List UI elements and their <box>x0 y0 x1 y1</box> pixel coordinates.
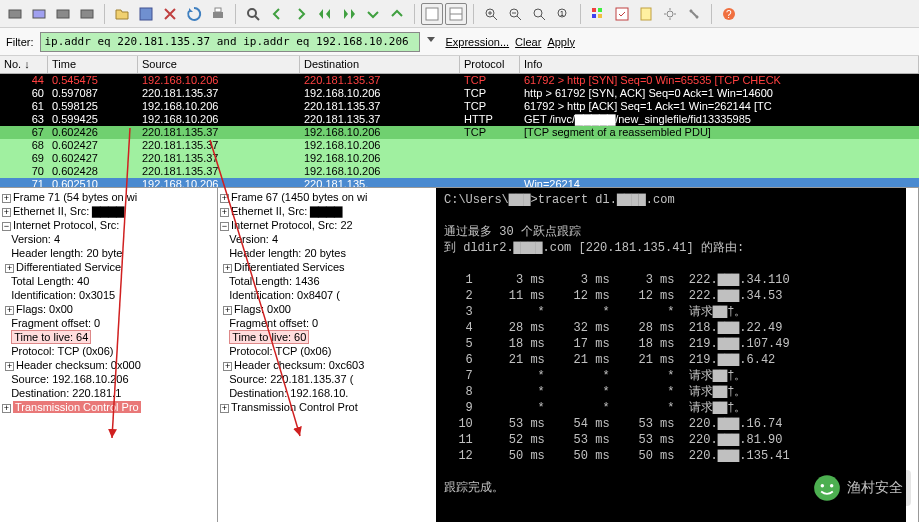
forward-icon[interactable] <box>290 3 312 25</box>
svg-rect-1 <box>33 10 45 18</box>
svg-rect-4 <box>140 8 152 20</box>
col-info-header[interactable]: Info <box>520 56 919 73</box>
tree-line[interactable]: +Differentiated Service <box>2 260 215 274</box>
packet-row[interactable]: 700.602428220.181.135.37192.168.10.206 <box>0 165 919 178</box>
svg-rect-3 <box>81 10 93 18</box>
filter-input[interactable] <box>40 32 420 52</box>
tree-line[interactable]: Header length: 20 byte <box>2 246 215 260</box>
separator <box>104 4 105 24</box>
separator <box>580 4 581 24</box>
svg-text:?: ? <box>726 9 732 20</box>
svg-rect-20 <box>616 8 628 20</box>
packet-row[interactable]: 670.602426220.181.135.37192.168.10.206TC… <box>0 126 919 139</box>
note-icon[interactable] <box>635 3 657 25</box>
svg-rect-18 <box>592 14 596 18</box>
toolbar-btn-2[interactable] <box>28 3 50 25</box>
svg-rect-17 <box>598 8 602 12</box>
svg-rect-6 <box>215 8 221 12</box>
apply-link[interactable]: Apply <box>547 36 575 48</box>
clear-link[interactable]: Clear <box>515 36 541 48</box>
expression-link[interactable]: Expression... <box>446 36 510 48</box>
separator <box>711 4 712 24</box>
toolbar-btn-1[interactable] <box>4 3 26 25</box>
svg-point-7 <box>248 9 256 17</box>
capture-opts-icon[interactable] <box>611 3 633 25</box>
details-area: +Frame 71 (54 bytes on wi +Ethernet II, … <box>0 188 919 522</box>
svg-rect-16 <box>592 8 596 12</box>
jump-back-icon[interactable] <box>314 3 336 25</box>
find-icon[interactable] <box>242 3 264 25</box>
settings-icon[interactable] <box>659 3 681 25</box>
tree-line[interactable]: Protocol: TCP (0x06) <box>2 344 215 358</box>
col-no-header[interactable]: No. ↓ <box>0 56 48 73</box>
watermark: 渔村安全 <box>805 470 911 506</box>
ttl-64-line[interactable]: Time to live: 64 <box>2 330 215 344</box>
view-1-icon[interactable] <box>421 3 443 25</box>
svg-point-26 <box>821 484 825 488</box>
go-up-icon[interactable] <box>386 3 408 25</box>
packet-row[interactable]: 440.545475192.168.10.206220.181.135.37TC… <box>0 74 919 87</box>
col-time-header[interactable]: Time <box>48 56 138 73</box>
separator <box>414 4 415 24</box>
svg-rect-0 <box>9 10 21 18</box>
toolbar-btn-3[interactable] <box>52 3 74 25</box>
svg-point-27 <box>830 484 834 488</box>
tree-line[interactable]: +Header checksum: 0x000 <box>2 358 215 372</box>
print-icon[interactable] <box>207 3 229 25</box>
col-src-header[interactable]: Source <box>138 56 300 73</box>
packet-row[interactable]: 600.597087220.181.135.37192.168.10.206TC… <box>0 87 919 100</box>
svg-rect-21 <box>641 8 651 20</box>
open-icon[interactable] <box>111 3 133 25</box>
svg-text:1: 1 <box>560 10 564 17</box>
packet-row[interactable]: 680.602427220.181.135.37192.168.10.206 <box>0 139 919 152</box>
reload-icon[interactable] <box>183 3 205 25</box>
help-icon[interactable]: ? <box>718 3 740 25</box>
svg-point-13 <box>534 9 542 17</box>
svg-rect-8 <box>426 8 438 20</box>
packet-row[interactable]: 690.602427220.181.135.37192.168.10.206 <box>0 152 919 165</box>
svg-rect-19 <box>598 14 602 18</box>
tree-line[interactable]: +Flags: 0x00 <box>2 302 215 316</box>
packet-list-header: No. ↓ Time Source Destination Protocol I… <box>0 56 919 74</box>
svg-rect-5 <box>213 12 223 18</box>
col-dst-header[interactable]: Destination <box>300 56 460 73</box>
separator <box>473 4 474 24</box>
packet-row[interactable]: 710.602510192.168.10.206220.181.135. Win… <box>0 178 919 188</box>
save-icon[interactable] <box>135 3 157 25</box>
zoom-out-icon[interactable] <box>504 3 526 25</box>
prefs-icon[interactable] <box>683 3 705 25</box>
back-icon[interactable] <box>266 3 288 25</box>
col-proto-header[interactable]: Protocol <box>460 56 520 73</box>
separator <box>235 4 236 24</box>
packet-rows: 440.545475192.168.10.206220.181.135.37TC… <box>0 74 919 188</box>
tree-line[interactable]: +Frame 71 (54 bytes on wi <box>2 190 215 204</box>
tree-line[interactable]: Identification: 0x3015 <box>2 288 215 302</box>
svg-point-25 <box>814 475 840 501</box>
tree-line[interactable]: Destination: 220.181.1 <box>2 386 215 400</box>
packet-list: No. ↓ Time Source Destination Protocol I… <box>0 56 919 188</box>
tree-line[interactable]: Source: 192.168.10.206 <box>2 372 215 386</box>
tree-line[interactable]: Total Length: 40 <box>2 274 215 288</box>
packet-row[interactable]: 630.599425192.168.10.206220.181.135.37HT… <box>0 113 919 126</box>
svg-rect-2 <box>57 10 69 18</box>
tree-line[interactable]: +Ethernet II, Src: ▇▇▇▇ <box>2 204 215 218</box>
tree-line[interactable]: Version: 4 <box>2 232 215 246</box>
tcp-line[interactable]: +Transmission Control Pro <box>2 400 215 414</box>
filter-label: Filter: <box>6 36 34 48</box>
jump-forward-icon[interactable] <box>338 3 360 25</box>
toolbar: 1 ? <box>0 0 919 28</box>
svg-point-22 <box>667 11 673 17</box>
zoom-reset-icon[interactable]: 1 <box>552 3 574 25</box>
close-icon[interactable] <box>159 3 181 25</box>
zoom-in-icon[interactable] <box>480 3 502 25</box>
packet-row[interactable]: 610.598125192.168.10.206220.181.135.37TC… <box>0 100 919 113</box>
zoom-fit-icon[interactable] <box>528 3 550 25</box>
frame-71-pane: +Frame 71 (54 bytes on wi +Ethernet II, … <box>0 188 218 522</box>
colorize-icon[interactable] <box>587 3 609 25</box>
filter-dropdown-icon[interactable] <box>426 35 440 49</box>
tree-line[interactable]: −Internet Protocol, Src: <box>2 218 215 232</box>
view-2-icon[interactable] <box>445 3 467 25</box>
tree-line[interactable]: Fragment offset: 0 <box>2 316 215 330</box>
toolbar-btn-4[interactable] <box>76 3 98 25</box>
go-down-icon[interactable] <box>362 3 384 25</box>
